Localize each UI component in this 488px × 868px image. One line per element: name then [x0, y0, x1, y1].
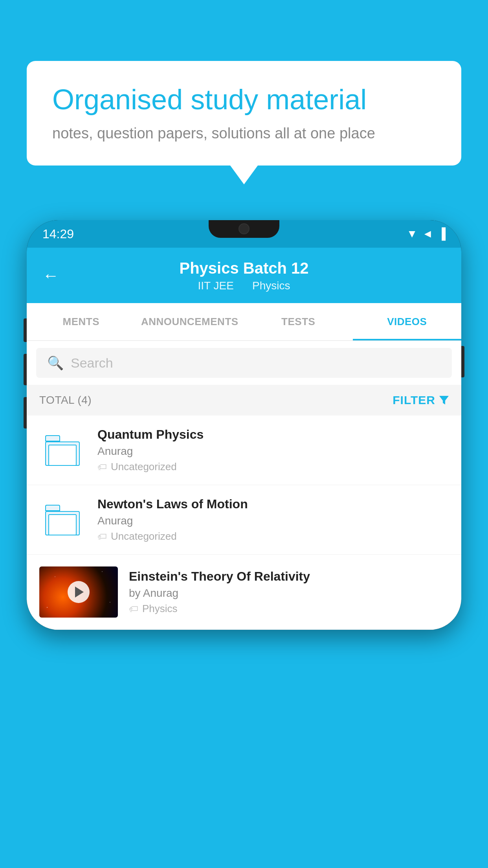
stars-overlay [39, 566, 118, 618]
search-icon: 🔍 [47, 355, 64, 371]
search-bar[interactable]: 🔍 Search [36, 348, 452, 378]
side-button-left-2 [24, 354, 27, 385]
tab-ments[interactable]: MENTS [27, 303, 136, 340]
list-item[interactable]: Newton's Laws of Motion Anurag 🏷 Uncateg… [27, 485, 461, 555]
side-button-right [461, 346, 464, 377]
video-title: Einstein's Theory Of Relativity [129, 569, 449, 584]
tag-label: Physics [142, 603, 178, 615]
svg-marker-0 [439, 396, 449, 405]
tag-icon: 🏷 [97, 462, 107, 473]
side-button-left-1 [24, 318, 27, 342]
video-author: by Anurag [129, 587, 449, 600]
video-info: Einstein's Theory Of Relativity by Anura… [129, 569, 449, 615]
speech-bubble: Organised study material notes, question… [27, 61, 461, 166]
video-list: Quantum Physics Anurag 🏷 Uncategorized [27, 416, 461, 630]
phone: 14:29 ▼ ◄ ▐ ← Physics Batch 12 IIT JEE P… [27, 220, 461, 630]
folder-icon [45, 504, 81, 535]
thumb-background [39, 566, 118, 618]
filter-bar: TOTAL (4) FILTER [27, 385, 461, 416]
signal-icon: ◄ [422, 228, 433, 240]
search-container: 🔍 Search [27, 341, 461, 385]
tabs: MENTS ANNOUNCEMENTS TESTS VIDEOS [27, 303, 461, 341]
notch [209, 220, 279, 238]
file-icon-container [39, 432, 86, 468]
video-author: Anurag [97, 515, 449, 527]
back-button[interactable]: ← [42, 266, 59, 285]
tab-videos[interactable]: VIDEOS [353, 303, 462, 340]
wifi-icon: ▼ [407, 228, 418, 240]
speech-bubble-container: Organised study material notes, question… [27, 61, 461, 166]
video-tag: 🏷 Uncategorized [97, 461, 449, 473]
filter-button[interactable]: FILTER [393, 394, 449, 407]
status-bar: 14:29 ▼ ◄ ▐ [27, 220, 461, 248]
folder-tab [45, 505, 60, 511]
filter-icon [439, 396, 449, 405]
status-time: 14:29 [42, 227, 74, 241]
folder-front [48, 514, 77, 535]
phone-wrapper: 14:29 ▼ ◄ ▐ ← Physics Batch 12 IIT JEE P… [27, 220, 461, 630]
folder-icon [45, 434, 81, 466]
tab-tests[interactable]: TESTS [244, 303, 353, 340]
subtitle-left: IIT JEE [198, 280, 234, 292]
subtext: notes, question papers, solutions all at… [52, 125, 436, 142]
search-placeholder: Search [71, 355, 113, 371]
video-author: Anurag [97, 445, 449, 458]
video-tag: 🏷 Uncategorized [97, 530, 449, 542]
front-camera [238, 223, 250, 234]
tag-label: Uncategorized [111, 461, 177, 473]
video-thumbnail [39, 566, 118, 618]
list-item[interactable]: Einstein's Theory Of Relativity by Anura… [27, 555, 461, 630]
video-info: Newton's Laws of Motion Anurag 🏷 Uncateg… [97, 497, 449, 542]
subtitle-right: Physics [252, 280, 290, 292]
side-button-left-3 [24, 397, 27, 428]
app-header: ← Physics Batch 12 IIT JEE Physics [27, 248, 461, 303]
video-info: Quantum Physics Anurag 🏷 Uncategorized [97, 427, 449, 473]
file-icon-container [39, 502, 86, 537]
headline: Organised study material [52, 83, 436, 116]
list-item[interactable]: Quantum Physics Anurag 🏷 Uncategorized [27, 416, 461, 485]
video-title: Newton's Laws of Motion [97, 497, 449, 511]
tag-icon: 🏷 [129, 603, 138, 614]
tag-icon: 🏷 [97, 531, 107, 542]
tab-announcements[interactable]: ANNOUNCEMENTS [136, 303, 244, 340]
tag-label: Uncategorized [111, 530, 177, 542]
phone-container: 14:29 ▼ ◄ ▐ ← Physics Batch 12 IIT JEE P… [27, 220, 461, 868]
folder-front [48, 445, 77, 466]
video-tag: 🏷 Physics [129, 603, 449, 615]
battery-icon: ▐ [438, 228, 446, 240]
app-title: Physics Batch 12 [42, 259, 446, 277]
folder-tab [45, 435, 60, 441]
total-count: TOTAL (4) [39, 394, 92, 406]
video-title: Quantum Physics [97, 427, 449, 442]
app-subtitle: IIT JEE Physics [42, 280, 446, 292]
status-icons: ▼ ◄ ▐ [407, 228, 446, 240]
filter-label: FILTER [393, 394, 435, 407]
